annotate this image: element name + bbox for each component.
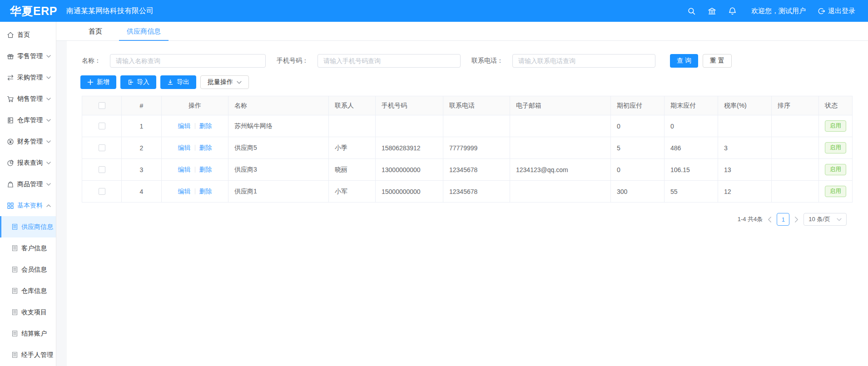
add-label: 新增 <box>97 78 109 86</box>
goods-icon <box>7 181 14 188</box>
sidebar-item-label: 商品管理 <box>17 180 43 188</box>
cell-sort <box>772 181 819 203</box>
plus-icon <box>87 79 94 85</box>
cell-tax-rate: 3 <box>718 137 772 159</box>
column-header-10: 排序 <box>772 96 819 115</box>
retail-icon <box>7 53 14 60</box>
sidebar-subitem-2[interactable]: 会员信息 <box>0 259 56 280</box>
sidebar-subitem-3[interactable]: 仓库信息 <box>0 280 56 302</box>
sidebar-item-report[interactable]: 报表查询 <box>0 152 56 173</box>
import-icon <box>127 79 134 85</box>
import-button[interactable]: 导入 <box>120 75 156 89</box>
basic-icon <box>7 202 14 209</box>
cell-sort <box>772 115 819 137</box>
logout-label: 退出登录 <box>828 7 855 15</box>
sidebar-item-label: 财务管理 <box>17 138 43 146</box>
tab-0[interactable]: 首页 <box>81 22 110 41</box>
bell-icon[interactable] <box>728 7 737 15</box>
prev-page-icon[interactable] <box>768 217 772 223</box>
table-row: 4编辑删除供应商1小军15000000000123456783005512启用 <box>82 181 853 203</box>
chevron-down-icon <box>237 81 242 84</box>
batch-label: 批量操作 <box>208 78 233 86</box>
cell-mobile: 15000000000 <box>376 181 443 203</box>
delete-link[interactable]: 删除 <box>199 166 212 173</box>
logout-button[interactable]: 退出登录 <box>818 7 855 15</box>
sidebar-item-retail[interactable]: 零售管理 <box>0 45 56 67</box>
status-badge: 启用 <box>825 120 846 132</box>
cell-opening-payable: 5 <box>611 137 665 159</box>
sidebar-item-label: 基本资料 <box>17 202 43 210</box>
content-card: 名称：手机号码：联系电话： 查 询 重 置 新增 导入 <box>67 41 868 366</box>
search-input-0[interactable] <box>110 54 266 68</box>
edit-link[interactable]: 编辑 <box>178 188 191 195</box>
query-button[interactable]: 查 询 <box>670 54 698 68</box>
delete-link[interactable]: 删除 <box>199 188 212 195</box>
content-gap <box>56 41 67 366</box>
action-divider <box>195 145 195 151</box>
select-all-checkbox[interactable] <box>99 102 105 109</box>
cell-phone: 12345678 <box>443 159 510 181</box>
search-input-2[interactable] <box>512 54 655 68</box>
finance-icon <box>7 138 14 145</box>
tab-1[interactable]: 供应商信息 <box>119 22 169 41</box>
table-body: 1编辑删除苏州蜗牛网络00启用2编辑删除供应商5小季15806283912777… <box>82 115 853 203</box>
search-input-1[interactable] <box>317 54 461 68</box>
reset-button[interactable]: 重 置 <box>703 54 732 68</box>
sidebar-item-warehouse[interactable]: 仓库管理 <box>0 109 56 131</box>
export-button[interactable]: 导出 <box>160 75 196 89</box>
sidebar-subitem-1[interactable]: 客户信息 <box>0 237 56 259</box>
page-number[interactable]: 1 <box>777 213 789 226</box>
sidebar-subitem-0[interactable]: 供应商信息 <box>0 216 56 237</box>
doc-icon <box>11 330 18 337</box>
header-actions: 欢迎您，测试用户 退出登录 <box>687 7 868 15</box>
action-divider <box>195 123 195 129</box>
sidebar-item-purchase[interactable]: 采购管理 <box>0 67 56 88</box>
chevron-up-icon <box>46 204 51 207</box>
sidebar-item-home[interactable]: 首页 <box>0 24 56 45</box>
cell-opening-payable: 300 <box>611 181 665 203</box>
edit-link[interactable]: 编辑 <box>178 166 191 173</box>
chevron-down-icon <box>46 162 51 164</box>
column-header-5: 联系电话 <box>443 96 510 115</box>
row-index: 4 <box>122 181 162 203</box>
sidebar-item-label: 首页 <box>17 31 30 39</box>
edit-link[interactable]: 编辑 <box>178 144 191 151</box>
delete-link[interactable]: 删除 <box>199 144 212 151</box>
sidebar-subitem-label: 结算账户 <box>21 330 47 338</box>
batch-actions-button[interactable]: 批量操作 <box>200 75 249 89</box>
next-page-icon[interactable] <box>794 217 799 223</box>
sidebar-item-basic[interactable]: 基本资料 <box>0 195 56 216</box>
row-checkbox[interactable] <box>99 123 105 129</box>
row-checkbox[interactable] <box>99 188 105 195</box>
chevron-down-icon <box>46 76 51 79</box>
cell-tax-rate: 13 <box>718 159 772 181</box>
sidebar-item-goods[interactable]: 商品管理 <box>0 173 56 195</box>
cell-closing-payable: 55 <box>665 181 718 203</box>
page-size-select[interactable]: 10 条/页 <box>804 213 847 226</box>
search-field-2: 联系电话： <box>471 54 666 68</box>
delete-link[interactable]: 删除 <box>199 122 212 129</box>
row-actions: 编辑删除 <box>162 137 228 159</box>
column-header-11: 状态 <box>819 96 853 115</box>
edit-link[interactable]: 编辑 <box>178 122 191 129</box>
sidebar-item-sales[interactable]: 销售管理 <box>0 88 56 109</box>
column-header-9: 税率(%) <box>718 96 772 115</box>
page-size-label: 10 条/页 <box>808 215 830 223</box>
sidebar-subitem-6[interactable]: 经手人管理 <box>0 344 56 366</box>
table-row: 3编辑删除供应商3晓丽13000000000123456781234123@qq… <box>82 159 853 181</box>
app-header: 华夏ERP 南通某某网络科技有限公司 欢迎您，测试用户 退出登录 <box>0 0 868 22</box>
row-index: 2 <box>122 137 162 159</box>
sidebar-item-finance[interactable]: 财务管理 <box>0 131 56 152</box>
row-checkbox[interactable] <box>99 144 105 151</box>
import-label: 导入 <box>137 78 149 86</box>
sidebar-subitem-5[interactable]: 结算账户 <box>0 323 56 344</box>
column-header-3: 联系人 <box>329 96 376 115</box>
sidebar-subitem-4[interactable]: 收支项目 <box>0 302 56 323</box>
add-button[interactable]: 新增 <box>80 75 116 89</box>
purchase-icon <box>7 74 14 81</box>
column-header-0: # <box>122 96 162 115</box>
row-checkbox[interactable] <box>99 166 105 173</box>
bank-icon[interactable] <box>708 7 716 15</box>
search-label: 名称： <box>82 57 101 65</box>
search-icon[interactable] <box>687 7 696 15</box>
